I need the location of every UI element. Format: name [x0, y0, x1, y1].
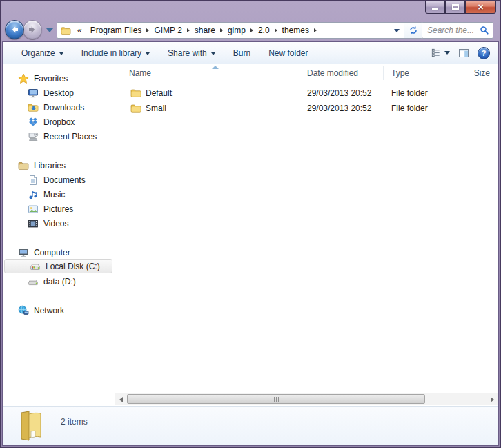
sidebar-item-label: data (D:) [43, 277, 76, 286]
column-divider[interactable] [458, 66, 458, 80]
help-icon: ? [482, 49, 487, 57]
document-icon [28, 175, 39, 186]
new-folder-label: New folder [268, 48, 308, 58]
breadcrumb-item[interactable]: GIMP 2 [149, 26, 186, 35]
file-row-default[interactable]: Default 29/03/2013 20:52 File folder [115, 86, 498, 101]
address-bar[interactable]: « Program Files GIMP 2 share gimp 2.0 th… [57, 22, 422, 39]
address-history-dropdown[interactable] [390, 29, 404, 32]
breadcrumb-item[interactable]: themes [277, 26, 314, 35]
sidebar-item-label: Libraries [34, 161, 66, 171]
dropbox-icon [28, 117, 39, 128]
scroll-right-button[interactable] [487, 393, 498, 405]
minimize-icon [432, 8, 438, 10]
file-date-modified: 29/03/2013 20:52 [307, 88, 371, 98]
file-row-small[interactable]: Small 29/03/2013 20:52 File folder [115, 101, 498, 116]
minimize-button[interactable] [425, 1, 445, 14]
file-type: File folder [391, 104, 428, 113]
column-header-name[interactable]: Name [129, 68, 151, 78]
sidebar-item-videos[interactable]: Videos [3, 216, 113, 231]
change-view-button[interactable] [431, 48, 450, 58]
forward-button[interactable] [23, 20, 42, 39]
sidebar-item-dropbox[interactable]: Dropbox [3, 115, 113, 129]
file-list-pane: Name Date modified Type Size Default 29/… [115, 65, 498, 405]
sidebar-item-recent-places[interactable]: Recent Places [3, 129, 113, 144]
breadcrumb-item[interactable]: Program Files [86, 26, 147, 35]
column-header-size[interactable]: Size [460, 68, 490, 78]
close-button[interactable]: × [465, 1, 496, 14]
breadcrumb-item[interactable]: share [190, 26, 220, 35]
toolbar-right: ? [431, 47, 490, 59]
sidebar-item-desktop[interactable]: Desktop [3, 86, 113, 100]
back-button[interactable] [5, 20, 24, 39]
refresh-button[interactable] [404, 23, 422, 38]
breadcrumb-item[interactable]: gimp [223, 26, 250, 35]
file-type: File folder [391, 88, 428, 98]
maximize-icon [452, 4, 459, 10]
breadcrumb-overflow[interactable]: « [74, 26, 86, 35]
horizontal-scrollbar[interactable] [115, 393, 498, 405]
downloads-icon [28, 102, 39, 113]
column-header-type[interactable]: Type [391, 68, 409, 78]
search-box[interactable] [422, 22, 493, 39]
chevron-down-icon [444, 51, 450, 55]
sidebar-item-local-disk-c[interactable]: Local Disk (C:) [4, 259, 112, 273]
big-folder-icon [17, 410, 46, 445]
preview-pane-button[interactable] [458, 48, 469, 59]
sidebar-item-data-d[interactable]: data (D:) [3, 274, 113, 289]
toolbar-left: Organize Include in library Share with B… [15, 45, 315, 61]
client-area: Organize Include in library Share with B… [2, 41, 499, 446]
scrollbar-track[interactable] [127, 393, 487, 405]
sidebar-item-computer[interactable]: Computer [3, 245, 113, 260]
share-with-button[interactable]: Share with [161, 45, 222, 61]
picture-icon [28, 204, 39, 215]
navigation-pane: Favorites Desktop Downloads [3, 65, 115, 405]
column-divider[interactable] [302, 66, 302, 80]
window-controls: × [425, 1, 496, 14]
search-input[interactable] [427, 26, 480, 35]
scroll-left-button[interactable] [115, 393, 127, 405]
arrow-left-icon [119, 397, 123, 402]
scrollbar-thumb[interactable] [127, 394, 425, 404]
sidebar-item-label: Videos [43, 219, 68, 228]
folder-icon [130, 103, 141, 116]
sidebar-item-libraries[interactable]: Libraries [3, 158, 113, 173]
sidebar-item-documents[interactable]: Documents [3, 173, 113, 187]
back-arrow-icon [10, 25, 19, 35]
help-button[interactable]: ? [478, 47, 490, 59]
column-divider[interactable] [383, 66, 384, 80]
music-note-icon [28, 189, 39, 200]
star-icon [18, 73, 29, 84]
search-icon [480, 26, 489, 35]
organize-button[interactable]: Organize [15, 45, 70, 61]
sidebar-item-favorites[interactable]: Favorites [3, 71, 113, 86]
new-folder-button[interactable]: New folder [262, 45, 314, 61]
include-in-library-button[interactable]: Include in library [75, 45, 156, 61]
breadcrumb-item[interactable]: 2.0 [253, 26, 275, 35]
share-with-label: Share with [168, 48, 207, 58]
sidebar-item-label: Music [43, 190, 65, 199]
sidebar-item-label: Downloads [43, 103, 84, 113]
recent-pages-dropdown[interactable] [46, 28, 53, 32]
chevron-down-icon [394, 29, 400, 32]
sidebar-item-downloads[interactable]: Downloads [3, 100, 113, 115]
data-disk-icon [28, 276, 39, 287]
libraries-icon [18, 160, 29, 171]
network-icon [18, 305, 29, 316]
folder-icon [130, 88, 141, 101]
chevron-down-icon [59, 52, 63, 55]
sidebar-item-pictures[interactable]: Pictures [3, 202, 113, 216]
grip-icon [276, 397, 277, 402]
desktop-icon [28, 88, 39, 99]
column-header-date-modified[interactable]: Date modified [307, 68, 358, 78]
sidebar-item-label: Computer [34, 248, 70, 257]
sidebar-item-label: Favorites [34, 74, 68, 84]
sidebar-item-music[interactable]: Music [3, 187, 113, 202]
details-pane: 2 items [3, 406, 498, 445]
refresh-icon [409, 26, 418, 35]
sidebar-item-network[interactable]: Network [3, 303, 113, 318]
maximize-button[interactable] [445, 1, 465, 14]
breadcrumb-separator-icon[interactable] [314, 28, 317, 32]
sidebar-item-label: Dropbox [43, 117, 75, 127]
sidebar-item-label: Desktop [43, 88, 74, 98]
burn-button[interactable]: Burn [227, 45, 257, 61]
